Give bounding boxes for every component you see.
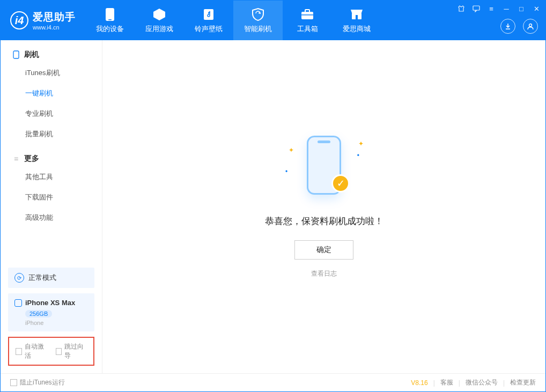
nav-tabs: 我的设备 应用游戏 铃声壁纸 智能刷机 工具箱 爱思商城 <box>85 1 381 40</box>
music-icon <box>202 8 216 21</box>
sidebar-item-batch[interactable]: 批量刷机 <box>1 124 102 144</box>
sidebar: 刷机 iTunes刷机 一键刷机 专业刷机 批量刷机 ≡ 更多 其他工具 下载固… <box>1 40 102 373</box>
app-url: www.i4.cn <box>33 24 76 31</box>
checkbox-icon <box>16 348 22 355</box>
status-link-update[interactable]: 检查更新 <box>510 378 536 387</box>
minimize-icon[interactable]: ─ <box>501 4 511 13</box>
user-icon[interactable] <box>523 19 538 34</box>
nav-flash[interactable]: 智能刷机 <box>233 1 283 40</box>
sidebar-section-flash: 刷机 <box>1 50 102 63</box>
sidebar-item-advanced[interactable]: 高级功能 <box>1 208 102 228</box>
checkbox-block-itunes[interactable]: 阻止iTunes运行 <box>10 378 65 387</box>
logo-icon: i4 <box>10 11 28 29</box>
nav-my-device[interactable]: 我的设备 <box>85 1 135 40</box>
device-box[interactable]: iPhone XS Max 256GB iPhone <box>8 293 94 331</box>
logo: i4 爱思助手 www.i4.cn <box>1 1 85 40</box>
mode-label: 正常模式 <box>28 273 56 283</box>
menu-icon[interactable]: ≡ <box>486 4 496 13</box>
download-icon[interactable] <box>500 19 515 34</box>
phone-icon <box>14 299 22 307</box>
shield-icon <box>251 8 265 21</box>
checkbox-icon <box>10 379 17 386</box>
checkbox-auto-activate[interactable]: 自动激活 <box>16 342 47 360</box>
status-link-support[interactable]: 客服 <box>440 378 453 387</box>
svg-rect-1 <box>108 19 112 20</box>
svg-rect-3 <box>301 12 313 19</box>
device-icon <box>103 8 117 21</box>
success-message: 恭喜您，保资料刷机成功啦！ <box>265 215 383 227</box>
storage-badge: 256GB <box>25 310 52 317</box>
nav-toolbox[interactable]: 工具箱 <box>283 1 332 40</box>
device-type: iPhone <box>25 320 88 326</box>
sidebar-item-itunes[interactable]: iTunes刷机 <box>1 63 102 83</box>
nav-ringtones[interactable]: 铃声壁纸 <box>184 1 233 40</box>
sidebar-item-pro[interactable]: 专业刷机 <box>1 103 102 124</box>
store-icon <box>350 8 364 21</box>
svg-rect-5 <box>301 14 313 16</box>
device-name: iPhone XS Max <box>25 299 75 307</box>
svg-rect-8 <box>473 6 479 10</box>
app-name: 爱思助手 <box>33 10 76 24</box>
nav-store[interactable]: 爱思商城 <box>332 1 381 40</box>
svg-rect-7 <box>356 15 358 19</box>
sidebar-item-othertools[interactable]: 其他工具 <box>1 167 102 187</box>
sidebar-item-oneclick[interactable]: 一键刷机 <box>1 83 102 103</box>
cube-icon <box>152 8 166 21</box>
phone-icon <box>12 51 20 58</box>
toolbox-icon <box>300 8 314 21</box>
checkbox-skip-guide[interactable]: 跳过向导 <box>56 342 87 360</box>
titlebar: i4 爱思助手 www.i4.cn 我的设备 应用游戏 铃声壁纸 智能刷机 <box>1 1 545 40</box>
svg-rect-10 <box>13 51 19 58</box>
nav-apps[interactable]: 应用游戏 <box>135 1 184 40</box>
checkbox-icon <box>56 348 62 355</box>
status-link-wechat[interactable]: 微信公众号 <box>466 378 498 387</box>
svg-point-9 <box>529 24 532 27</box>
mode-icon: ⟳ <box>14 273 24 283</box>
success-illustration: ✓ ✦ • • ✦ <box>292 136 356 200</box>
option-checkboxes: 自动激活 跳过向导 <box>8 337 94 366</box>
sidebar-item-firmware[interactable]: 下载固件 <box>1 187 102 208</box>
svg-rect-4 <box>305 10 309 12</box>
list-icon: ≡ <box>12 155 20 162</box>
maximize-icon[interactable]: □ <box>517 4 526 13</box>
version-label: V8.16 <box>411 379 427 387</box>
svg-rect-0 <box>106 8 114 21</box>
sidebar-section-more: ≡ 更多 <box>1 154 102 167</box>
main-content: ✓ ✦ • • ✦ 恭喜您，保资料刷机成功啦！ 确定 查看日志 <box>102 40 545 373</box>
statusbar: 阻止iTunes运行 V8.16 | 客服 | 微信公众号 | 检查更新 <box>1 373 545 391</box>
check-icon: ✓ <box>331 174 350 193</box>
shirt-icon[interactable] <box>456 4 466 13</box>
mode-box[interactable]: ⟳ 正常模式 <box>8 268 94 288</box>
feedback-icon[interactable] <box>471 4 481 13</box>
confirm-button[interactable]: 确定 <box>294 240 353 260</box>
view-log-link[interactable]: 查看日志 <box>311 269 337 278</box>
close-icon[interactable]: ✕ <box>532 4 541 13</box>
